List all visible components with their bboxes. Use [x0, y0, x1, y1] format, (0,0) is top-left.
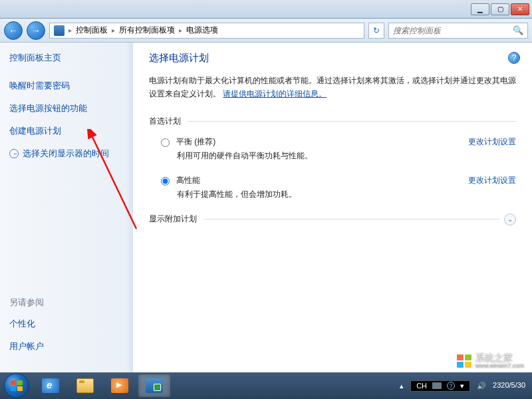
ime-options-icon: ▾ [460, 382, 464, 390]
watermark-url: www.winwin7.com [475, 363, 524, 370]
sidebar-link-require-password[interactable]: 唤醒时需要密码 [9, 80, 129, 92]
refresh-button[interactable]: ↻ [368, 23, 384, 39]
ime-indicator[interactable]: CH ? ▾ [410, 380, 470, 392]
plan-row-balanced: 平衡 (推荐) 更改计划设置 [161, 136, 516, 148]
breadcrumb-mid[interactable]: 所有控制面板项 [119, 25, 175, 36]
desc-info-link[interactable]: 请提供电源计划的详细信息。 [223, 89, 327, 98]
plan-label: 平衡 [176, 137, 192, 146]
sidebar-link-create-plan[interactable]: 创建电源计划 [9, 125, 129, 137]
preferred-plans-label: 首选计划 [149, 116, 181, 127]
breadcrumb-separator: ▸ [68, 27, 72, 34]
expand-icon[interactable]: ⌄ [504, 213, 516, 225]
watermark-brand: 系统之家 [475, 352, 513, 363]
sidebar: 控制面板主页 唤醒时需要密码 选择电源按钮的功能 创建电源计划 选择关闭显示器的… [0, 43, 133, 372]
window-titlebar: ▁ ▢ ✕ [0, 0, 532, 19]
sidebar-home-link[interactable]: 控制面板主页 [9, 52, 129, 64]
control-panel-icon [54, 25, 65, 36]
media-player-icon [111, 378, 128, 393]
sidebar-link-label: 选择关闭显示器的时间 [23, 148, 109, 160]
change-plan-link-high-perf[interactable]: 更改计划设置 [468, 175, 516, 186]
window-body: 控制面板主页 唤醒时需要密码 选择电源按钮的功能 创建电源计划 选择关闭显示器的… [0, 43, 532, 372]
ime-label: CH [416, 382, 427, 390]
tray-clock[interactable]: 2320/5/30 [493, 381, 525, 390]
divider [203, 219, 500, 219]
speaker-icon[interactable]: 🔊 [477, 382, 486, 390]
plan-radio-high-perf[interactable] [161, 177, 170, 186]
search-box[interactable]: 🔍 [388, 23, 528, 39]
taskbar-item-control-panel[interactable] [138, 374, 170, 397]
page-title: 选择电源计划 [149, 52, 516, 65]
change-plan-link-balanced[interactable]: 更改计划设置 [468, 136, 516, 148]
plan-row-high-perf: 高性能 更改计划设置 [161, 175, 516, 186]
additional-plans-label: 显示附加计划 [149, 213, 197, 225]
forward-button[interactable]: → [27, 21, 45, 40]
tray-chevron-icon[interactable]: ▴ [400, 382, 404, 390]
page-description: 电源计划有助于最大化计算机的性能或者节能。通过选择计划来将其激活，或选择计划并通… [149, 74, 516, 101]
help-icon[interactable]: ? [508, 52, 520, 64]
address-bar[interactable]: ▸ 控制面板 ▸ 所有控制面板项 ▸ 电源选项 [49, 23, 364, 39]
keyboard-icon [432, 382, 442, 389]
folder-icon [76, 378, 94, 393]
plan-desc-high-perf: 有利于提高性能，但会增加功耗。 [177, 189, 516, 200]
preferred-plans-header: 首选计划 [149, 116, 516, 127]
sidebar-link-power-button[interactable]: 选择电源按钮的功能 [9, 102, 129, 114]
search-icon[interactable]: 🔍 [513, 25, 523, 35]
taskbar: ▴ CH ? ▾ 🔊 2320/5/30 [0, 372, 532, 399]
taskbar-item-ie[interactable] [35, 374, 66, 397]
breadcrumb-root[interactable]: 控制面板 [76, 25, 108, 36]
sidebar-link-display-off-time[interactable]: 选择关闭显示器的时间 [9, 148, 129, 160]
plan-recommended-badge: (推荐) [194, 137, 215, 146]
start-button[interactable] [4, 373, 29, 398]
see-also-header: 另请参阅 [9, 297, 129, 309]
ie-icon [42, 378, 59, 393]
plan-name-balanced: 平衡 (推荐) [176, 136, 215, 148]
see-also-personalization[interactable]: 个性化 [9, 318, 129, 330]
plan-radio-balanced[interactable] [161, 138, 170, 147]
watermark: 系统之家 www.winwin7.com [457, 353, 524, 370]
plan-name-high-perf: 高性能 [176, 175, 200, 186]
system-tray: ▴ CH ? ▾ 🔊 2320/5/30 [400, 380, 528, 392]
ime-help-icon: ? [447, 382, 455, 390]
breadcrumb-separator: ▸ [112, 27, 115, 34]
windows-logo-icon [11, 380, 23, 391]
navigation-toolbar: ← → ▸ 控制面板 ▸ 所有控制面板项 ▸ 电源选项 ↻ 🔍 [0, 19, 532, 43]
minimize-button[interactable]: ▁ [471, 3, 489, 15]
search-input[interactable] [393, 26, 506, 35]
maximize-button[interactable]: ▢ [491, 3, 509, 15]
tray-date: 2320/5/30 [493, 381, 525, 390]
taskbar-item-media-player[interactable] [104, 374, 136, 397]
divider [188, 121, 516, 122]
control-panel-taskbar-icon [146, 378, 163, 393]
windows-flag-icon [457, 354, 471, 368]
breadcrumb-separator: ▸ [179, 27, 182, 34]
additional-plans-header[interactable]: 显示附加计划 ⌄ [149, 213, 516, 225]
back-button[interactable]: ← [4, 21, 23, 40]
content-pane: ? 选择电源计划 电源计划有助于最大化计算机的性能或者节能。通过选择计划来将其激… [133, 43, 532, 372]
plan-desc-balanced: 利用可用的硬件自动平衡功耗与性能。 [177, 150, 516, 162]
close-button[interactable]: ✕ [511, 3, 529, 15]
clock-icon [9, 149, 19, 158]
see-also-user-accounts[interactable]: 用户帐户 [9, 340, 129, 352]
breadcrumb-leaf[interactable]: 电源选项 [186, 25, 218, 36]
desc-text: 电源计划有助于最大化计算机的性能或者节能。通过选择计划来将其激活，或选择计划并通… [149, 76, 516, 98]
taskbar-item-explorer[interactable] [69, 374, 101, 397]
